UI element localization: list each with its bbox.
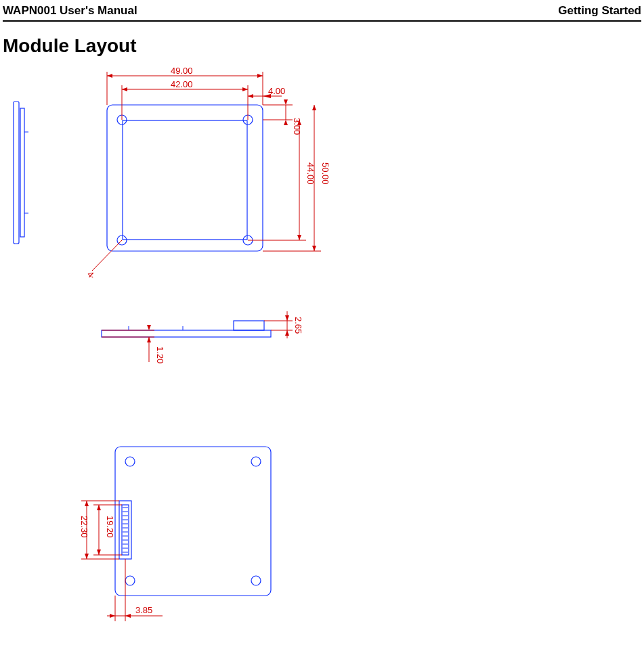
svg-point-55	[125, 576, 135, 585]
svg-rect-38	[102, 330, 271, 337]
svg-marker-73	[85, 554, 89, 559]
svg-marker-21	[248, 94, 253, 98]
svg-point-54	[251, 457, 261, 466]
header-right: Getting Started	[558, 4, 641, 18]
dim-top-height: 50.00	[320, 162, 330, 185]
diagram-top-view: 49.00 42.00 4.00 3.00 44.00 50.00 4-Ø3.2…	[5, 68, 358, 277]
svg-marker-50	[147, 325, 151, 330]
header-left: WAPN001 User's Manual	[3, 4, 137, 18]
svg-rect-39	[234, 321, 264, 330]
svg-marker-72	[85, 501, 89, 506]
svg-marker-85	[125, 614, 131, 618]
svg-marker-45	[285, 315, 289, 321]
svg-marker-25	[284, 99, 288, 105]
svg-marker-17	[242, 87, 248, 91]
svg-marker-12	[257, 74, 263, 78]
svg-rect-1	[20, 108, 24, 237]
svg-rect-57	[119, 501, 131, 559]
svg-marker-77	[97, 505, 101, 510]
dim-top-width: 49.00	[171, 68, 193, 76]
svg-point-53	[125, 457, 135, 466]
page-title: Module Layout	[3, 35, 137, 57]
svg-marker-26	[284, 120, 288, 125]
svg-rect-52	[115, 447, 271, 596]
svg-rect-4	[107, 105, 263, 251]
dim-bot-edge: 3.85	[135, 605, 152, 615]
svg-marker-34	[312, 105, 316, 110]
document-page: WAPN001 User's Manual Getting Started Mo…	[0, 0, 644, 649]
svg-rect-58	[122, 505, 129, 555]
diagram-side-view: 2.65 1.20	[81, 298, 366, 379]
dim-top-holes: 4-Ø3.20	[85, 269, 115, 277]
svg-marker-31	[297, 235, 301, 240]
svg-point-56	[251, 576, 261, 585]
header-rule	[3, 20, 641, 22]
svg-rect-5	[123, 120, 247, 240]
svg-marker-78	[97, 550, 101, 555]
svg-marker-11	[107, 74, 112, 78]
svg-marker-35	[312, 246, 316, 251]
svg-marker-84	[110, 614, 115, 618]
dim-bot-conO: 22.30	[79, 516, 89, 538]
dim-side-top: 2.65	[293, 317, 303, 334]
svg-marker-51	[147, 337, 151, 342]
diagram-bottom-view: 22.30 19.20 3.85	[54, 433, 366, 649]
svg-marker-46	[285, 330, 289, 336]
dim-top-rgap: 4.00	[268, 86, 285, 96]
dim-bot-conI: 19.20	[105, 516, 115, 538]
svg-marker-16	[122, 87, 127, 91]
dim-top-holesx: 42.00	[171, 79, 193, 89]
svg-rect-0	[14, 102, 19, 244]
running-header: WAPN001 User's Manual Getting Started	[3, 4, 641, 18]
dim-side-pcb: 1.20	[155, 346, 165, 363]
dim-top-tgap: 3.00	[292, 118, 302, 135]
